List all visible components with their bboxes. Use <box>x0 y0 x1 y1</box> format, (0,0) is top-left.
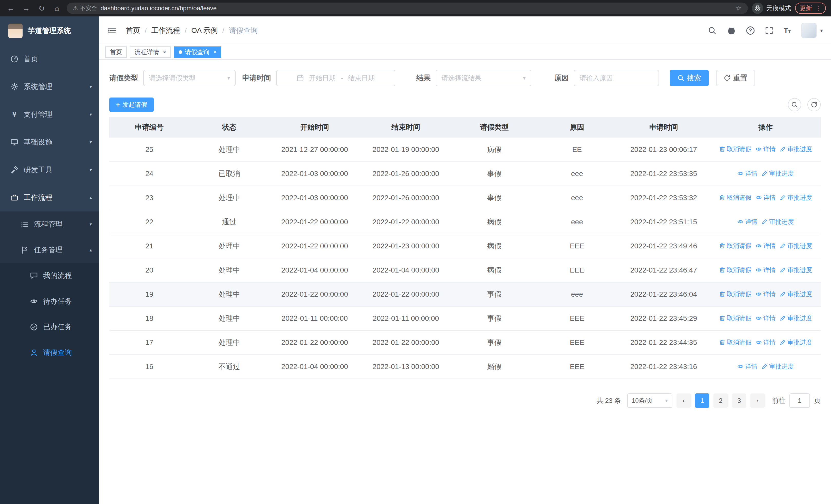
table-row: 20处理中2022-01-04 00:00:002022-01-04 00:00… <box>109 258 821 282</box>
close-icon[interactable]: × <box>213 49 217 56</box>
detail-link[interactable]: 详情 <box>755 145 776 153</box>
progress-link[interactable]: 审批进度 <box>762 217 794 226</box>
next-page-button[interactable]: › <box>750 393 765 408</box>
github-button[interactable] <box>727 26 736 35</box>
calendar-icon <box>297 75 304 82</box>
search-icon <box>791 101 798 108</box>
cancel-link[interactable]: 取消请假 <box>719 290 751 298</box>
table-row: 18处理中2022-01-11 00:00:002022-01-11 00:00… <box>109 306 821 330</box>
progress-link[interactable]: 审批进度 <box>762 169 794 178</box>
cell-start-time: 2022-01-22 00:00:00 <box>269 234 360 258</box>
sidebar-item-label: 系统管理 <box>24 82 52 92</box>
cell-leave-type: 事假 <box>452 186 537 210</box>
progress-link[interactable]: 审批进度 <box>780 338 812 347</box>
detail-link[interactable]: 详情 <box>755 338 776 347</box>
sidebar-collapse-button[interactable] <box>107 26 116 35</box>
browser-menu-icon[interactable]: ⋮ <box>815 5 821 12</box>
reload-button[interactable]: ↻ <box>36 3 47 14</box>
tools-icon <box>10 166 19 174</box>
breadcrumb-item[interactable]: OA 示例 <box>192 26 218 35</box>
progress-link[interactable]: 审批进度 <box>762 362 794 370</box>
cancel-link[interactable]: 取消请假 <box>719 242 751 250</box>
browser-update-button[interactable]: 更新 ⋮ <box>795 3 826 14</box>
detail-link[interactable]: 详情 <box>755 242 776 250</box>
page-button-1[interactable]: 1 <box>695 393 709 408</box>
prev-page-button[interactable]: ‹ <box>677 393 691 408</box>
sidebar-item-process-mgmt[interactable]: 流程管理 ▾ <box>0 211 99 237</box>
tab-label: 请假查询 <box>185 48 209 56</box>
goto-page-input[interactable] <box>790 393 810 408</box>
sidebar-item-todo-task[interactable]: 待办任务 <box>0 289 99 314</box>
app-frame: 芋道管理系统 首页 系统管理 ▾ ¥ 支付管理 ▾ 基础设施 ▾ <box>0 17 831 504</box>
detail-link[interactable]: 详情 <box>755 290 776 298</box>
bookmark-star-icon[interactable]: ☆ <box>736 4 742 12</box>
forward-button[interactable]: → <box>21 3 32 14</box>
table-row: 22通过2022-01-22 00:00:002022-01-22 00:00:… <box>109 210 821 234</box>
tab-home[interactable]: 首页 <box>105 47 127 58</box>
progress-link[interactable]: 审批进度 <box>780 266 812 274</box>
cancel-link[interactable]: 取消请假 <box>719 314 751 322</box>
result-select[interactable]: 请选择流结果 ▾ <box>436 70 531 86</box>
page-size-select[interactable]: 10条/页 ▾ <box>627 393 672 408</box>
help-button[interactable]: ? <box>746 26 754 35</box>
cancel-link[interactable]: 取消请假 <box>719 338 751 347</box>
sidebar-item-home[interactable]: 首页 <box>0 45 99 73</box>
close-icon[interactable]: × <box>163 49 166 56</box>
github-icon <box>727 26 736 35</box>
progress-link[interactable]: 审批进度 <box>780 194 812 202</box>
cell-id: 25 <box>109 138 190 162</box>
back-button[interactable]: ← <box>5 3 17 14</box>
fullscreen-button[interactable] <box>765 26 774 35</box>
sidebar-item-workflow[interactable]: 工作流程 ▴ <box>0 184 99 211</box>
refresh-table-button[interactable] <box>807 98 821 111</box>
header-search-button[interactable] <box>708 26 717 35</box>
cancel-link[interactable]: 取消请假 <box>719 266 751 274</box>
search-button[interactable]: 搜索 <box>670 70 709 86</box>
col-header-operations: 操作 <box>710 117 821 138</box>
chat-icon <box>30 271 38 280</box>
breadcrumb-item[interactable]: 首页 <box>126 26 140 35</box>
table-row: 17处理中2022-01-22 00:00:002022-01-22 00:00… <box>109 330 821 355</box>
tab-leave-query[interactable]: 请假查询 × <box>174 47 221 58</box>
progress-link[interactable]: 审批进度 <box>780 314 812 322</box>
tab-process-detail[interactable]: 流程详情 × <box>130 47 171 58</box>
cell-reason: EE <box>537 138 617 162</box>
sidebar-item-task-mgmt[interactable]: 任务管理 ▴ <box>0 237 99 263</box>
cancel-link[interactable]: 取消请假 <box>719 145 751 153</box>
sidebar-item-leave-query[interactable]: 请假查询 <box>0 340 99 365</box>
sidebar-item-infra[interactable]: 基础设施 ▾ <box>0 128 99 156</box>
security-warning[interactable]: ⚠ 不安全 <box>73 4 97 12</box>
detail-link[interactable]: 详情 <box>737 169 757 178</box>
date-range-picker[interactable]: 开始日期 - 结束日期 <box>276 70 395 86</box>
table-body: 25处理中2021-12-27 00:00:002022-01-19 00:00… <box>109 138 821 379</box>
breadcrumb-item[interactable]: 工作流程 <box>151 26 180 35</box>
page-button-3[interactable]: 3 <box>732 393 746 408</box>
toggle-search-button[interactable] <box>788 98 801 111</box>
font-size-button[interactable]: TT <box>784 26 791 35</box>
detail-link[interactable]: 详情 <box>755 194 776 202</box>
home-button[interactable]: ⌂ <box>51 3 63 14</box>
sidebar-item-done-task[interactable]: 已办任务 <box>0 314 99 340</box>
sidebar-item-payment[interactable]: ¥ 支付管理 ▾ <box>0 100 99 128</box>
chevron-down-icon: ▾ <box>820 27 823 34</box>
address-bar[interactable]: ⚠ 不安全 dashboard.yudao.iocoder.cn/bpm/oa/… <box>67 3 748 14</box>
progress-link[interactable]: 审批进度 <box>780 290 812 298</box>
progress-link[interactable]: 审批进度 <box>780 242 812 250</box>
sidebar-item-system[interactable]: 系统管理 ▾ <box>0 73 99 100</box>
cancel-link[interactable]: 取消请假 <box>719 194 751 202</box>
reason-input[interactable]: 请输入原因 <box>574 70 659 86</box>
detail-link[interactable]: 详情 <box>755 266 776 274</box>
detail-link[interactable]: 详情 <box>737 362 757 370</box>
user-menu[interactable]: ▾ <box>801 23 823 38</box>
reset-button[interactable]: 重置 <box>716 70 755 86</box>
create-leave-button[interactable]: + 发起请假 <box>109 97 154 112</box>
leave-type-select[interactable]: 请选择请假类型 ▾ <box>143 70 236 86</box>
tab-label: 首页 <box>110 48 122 56</box>
progress-link[interactable]: 审批进度 <box>780 145 812 153</box>
sidebar-item-my-process[interactable]: 我的流程 <box>0 263 99 289</box>
sidebar-item-devtools[interactable]: 研发工具 ▾ <box>0 156 99 184</box>
hamburger-icon <box>107 26 116 35</box>
page-button-2[interactable]: 2 <box>713 393 728 408</box>
detail-link[interactable]: 详情 <box>737 217 757 226</box>
detail-link[interactable]: 详情 <box>755 314 776 322</box>
